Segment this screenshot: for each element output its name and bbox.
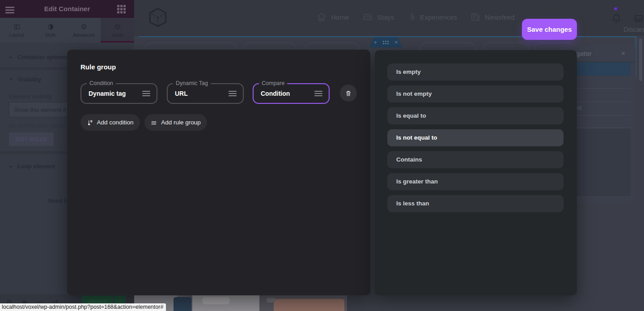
option-is-not-equal-to[interactable]: Is not equal to xyxy=(387,129,564,146)
tab-label: Advanced xyxy=(73,32,95,38)
panel-header: Edit Container xyxy=(0,0,134,18)
nav-item-home[interactable]: Home xyxy=(317,12,349,22)
add-icon[interactable]: + xyxy=(374,39,377,46)
option-is-not-empty[interactable]: Is not empty xyxy=(387,85,564,102)
option-is-greater-than[interactable]: Is greater than xyxy=(387,173,564,190)
style-icon xyxy=(47,23,54,30)
canvas-scrollbar[interactable] xyxy=(639,38,642,81)
option-is-less-than[interactable]: Is less than xyxy=(387,195,564,212)
options-menu-icon xyxy=(229,89,237,98)
elements-grid-icon[interactable] xyxy=(117,5,126,13)
rule-group-modal: Rule group Condition Dynamic tag Dynamic… xyxy=(67,50,370,295)
compare-select[interactable]: Compare Condition xyxy=(253,83,330,104)
options-menu-icon xyxy=(314,89,322,98)
nav-item-newsfeed[interactable]: Newsfeed xyxy=(470,12,515,22)
home-icon xyxy=(317,12,326,22)
gear-icon: ⚙ xyxy=(80,23,87,30)
field-label: Condition xyxy=(87,80,116,86)
hiker-icon xyxy=(408,12,416,22)
newspaper-icon xyxy=(470,12,480,22)
section-label: Visibility xyxy=(17,76,41,83)
caret-right-icon: ▸ xyxy=(10,164,12,169)
save-changes-button[interactable]: Save changes xyxy=(522,19,577,40)
nav-label: Experiences xyxy=(420,13,458,21)
tab-advanced[interactable]: ⚙ Advanced xyxy=(67,18,101,43)
compare-options-panel: Is empty Is not empty Is equal to Is not… xyxy=(375,50,577,295)
tab-label: Style xyxy=(45,32,55,38)
tab-layout[interactable]: Layout xyxy=(0,18,34,43)
close-icon[interactable]: ✕ xyxy=(621,50,626,57)
tab-voxel[interactable]: Voxel xyxy=(101,18,134,43)
modal-title: Rule group xyxy=(80,63,116,71)
screen: Home Stays Experiences Newsfeed Discard … xyxy=(0,0,644,311)
tab-label: Voxel xyxy=(111,32,123,38)
layout-icon xyxy=(13,23,21,30)
tab-label: Layout xyxy=(9,32,24,38)
nav-item-experiences[interactable]: Experiences xyxy=(408,12,458,22)
inbox-icon[interactable] xyxy=(633,13,644,26)
close-icon[interactable]: ✕ xyxy=(394,40,398,45)
tab-style[interactable]: Style xyxy=(34,18,67,43)
notification-dot xyxy=(614,7,617,10)
layers-icon xyxy=(151,119,157,126)
site-nav: Home Stays Experiences Newsfeed xyxy=(317,12,515,22)
nav-label: Newsfeed xyxy=(485,13,515,21)
add-rule-group-button[interactable]: Add rule group xyxy=(144,114,207,131)
nav-label: Home xyxy=(331,13,349,21)
drag-handle-icon[interactable] xyxy=(383,41,389,44)
discard-button[interactable]: Discard xyxy=(623,26,644,33)
section-label: Loop element xyxy=(17,163,55,170)
field-label: Compare xyxy=(259,80,287,86)
panel-tabs: Layout Style ⚙ Advanced Voxel xyxy=(0,18,134,43)
field-value: Dynamic tag xyxy=(89,90,126,97)
option-is-empty[interactable]: Is empty xyxy=(387,64,564,81)
option-contains[interactable]: Contains xyxy=(387,151,564,168)
element-visibility-label: Element visibility xyxy=(9,93,52,100)
couch-icon xyxy=(362,12,373,22)
field-value: Condition xyxy=(261,90,290,97)
add-condition-button[interactable]: Add condition xyxy=(80,114,140,131)
option-is-equal-to[interactable]: Is equal to xyxy=(387,107,564,124)
edit-rules-button[interactable]: EDIT RULES xyxy=(9,132,54,146)
section-label: Container options xyxy=(17,54,67,60)
nav-item-stays[interactable]: Stays xyxy=(362,12,394,22)
delete-rule-button[interactable] xyxy=(340,85,357,102)
field-value: URL xyxy=(175,90,188,97)
dynamic-tag-select[interactable]: Dynamic Tag URL xyxy=(167,83,244,104)
branch-icon xyxy=(87,119,93,126)
button-label: Add rule group xyxy=(161,119,201,126)
condition-select[interactable]: Condition Dynamic tag xyxy=(80,83,157,104)
caret-down-icon: ▾ xyxy=(10,77,12,82)
panel-title: Edit Container xyxy=(0,5,134,13)
button-label: Add condition xyxy=(97,119,134,126)
container-handle[interactable]: + ✕ xyxy=(369,37,402,47)
voxel-logo-icon xyxy=(147,6,169,30)
nav-label: Stays xyxy=(377,13,394,21)
options-menu-icon xyxy=(142,89,150,98)
canvas-photo xyxy=(134,295,347,311)
status-bar-url: localhost/voxel/wp-admin/post.php?post=1… xyxy=(0,303,166,311)
caret-right-icon: ▸ xyxy=(10,55,12,60)
field-label: Dynamic Tag xyxy=(173,80,211,86)
voxel-cube-icon xyxy=(114,23,121,30)
navigator-title: gator xyxy=(576,50,592,57)
notification-bell-icon[interactable] xyxy=(611,12,622,26)
trash-icon xyxy=(345,90,352,97)
